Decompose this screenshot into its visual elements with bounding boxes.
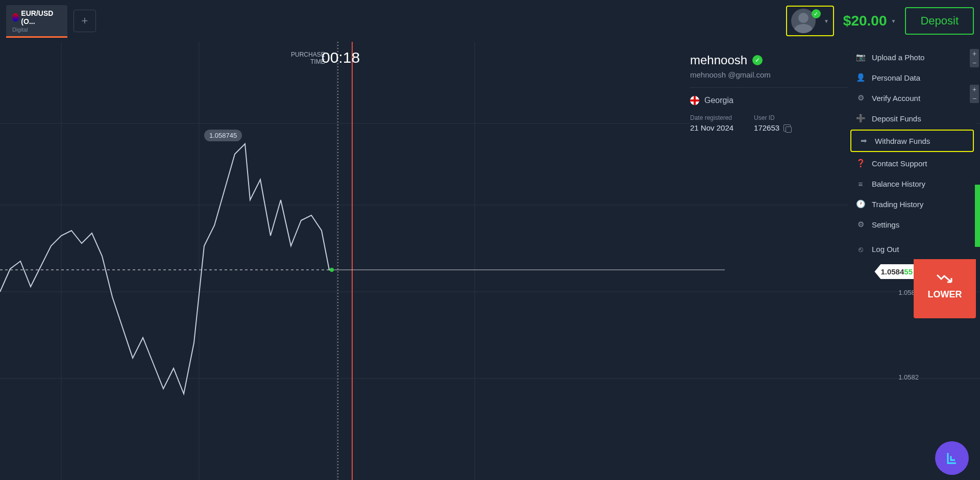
camera-icon: 📷	[855, 52, 866, 62]
question-icon: ❓	[855, 158, 866, 168]
peak-price-label: 1.058745	[204, 130, 242, 141]
zoom-out-button[interactable]: −	[970, 94, 979, 103]
verified-check-icon: ✓	[752, 55, 763, 65]
stack-icon: ≡	[855, 179, 866, 189]
zoom-control-1: + −	[970, 49, 979, 67]
app-logo-icon[interactable]	[935, 441, 969, 475]
menu-logout[interactable]: ⎋Log Out	[848, 239, 976, 259]
symbol-name: EUR/USD (O...	[21, 9, 61, 26]
copy-icon[interactable]	[783, 124, 791, 132]
verified-badge-icon: ✓	[812, 9, 821, 18]
menu-deposit-funds[interactable]: ➕Deposit Funds	[848, 108, 976, 129]
zoom-in-button[interactable]: +	[970, 49, 979, 58]
menu-balance-history[interactable]: ≡Balance History	[848, 173, 976, 194]
purchase-time-label: PURCHASETIME	[291, 51, 325, 66]
balance-display[interactable]: $20.00▼	[843, 13, 896, 29]
clock-icon: 🕐	[855, 199, 866, 209]
symbol-type: Digital	[12, 27, 61, 33]
menu-personal-data[interactable]: 👤Personal Data	[848, 67, 976, 88]
trend-down-icon	[936, 273, 953, 285]
lower-button[interactable]: LOWER	[914, 254, 976, 318]
chevron-down-icon: ▼	[891, 18, 896, 24]
profile-dropdown[interactable]: ✓ ▼	[786, 6, 834, 36]
y-axis-label: 1.0582	[898, 373, 919, 381]
symbol-tab[interactable]: EUR/USD (O... Digital	[6, 5, 67, 37]
menu-settings[interactable]: ⚙Settings	[848, 214, 976, 235]
purchase-time-value: 00:18	[322, 49, 360, 66]
profile-country: Georgia	[690, 96, 848, 105]
settings-icon: ⚙	[855, 219, 866, 230]
flag-icon	[12, 13, 19, 21]
side-indicator	[975, 185, 980, 247]
date-registered-label: Date registered	[690, 114, 733, 121]
menu-contact-support[interactable]: ❓Contact Support	[848, 153, 976, 173]
current-price-tag: 1.058455	[874, 264, 919, 279]
top-bar: EUR/USD (O... Digital + ✓ ▼ $20.00▼ Depo…	[0, 0, 980, 42]
profile-name: mehnoosh✓	[690, 53, 848, 67]
date-registered-value: 21 Nov 2024	[690, 123, 733, 132]
menu-verify-account[interactable]: ⚙Verify Account	[848, 88, 976, 108]
logout-icon: ⎋	[855, 244, 866, 254]
svg-point-12	[330, 268, 334, 272]
country-flag-icon	[690, 96, 699, 105]
zoom-control-2: + −	[970, 85, 979, 103]
user-id-value: 172653	[754, 123, 779, 132]
plus-circle-icon: ➕	[855, 113, 866, 123]
person-icon: 👤	[855, 72, 866, 83]
menu-upload-photo[interactable]: 📷Upload a Photo	[848, 47, 976, 67]
add-tab-button[interactable]: +	[74, 10, 96, 32]
menu-trading-history[interactable]: 🕐Trading History	[848, 194, 976, 214]
profile-menu: 📷Upload a Photo 👤Personal Data ⚙Verify A…	[848, 47, 976, 259]
chevron-down-icon: ▼	[824, 18, 829, 24]
zoom-in-button[interactable]: +	[970, 85, 979, 94]
user-id-label: User ID	[754, 114, 791, 121]
gear-icon: ⚙	[855, 93, 866, 103]
profile-panel: mehnoosh✓ mehnoosh @gmail.com Georgia Da…	[690, 47, 848, 138]
menu-withdraw-funds[interactable]: ➡Withdraw Funds	[850, 130, 974, 152]
zoom-out-button[interactable]: −	[970, 58, 979, 67]
arrow-circle-icon: ➡	[859, 136, 869, 146]
profile-email: mehnoosh @gmail.com	[690, 70, 848, 79]
deposit-button[interactable]: Deposit	[905, 7, 974, 35]
